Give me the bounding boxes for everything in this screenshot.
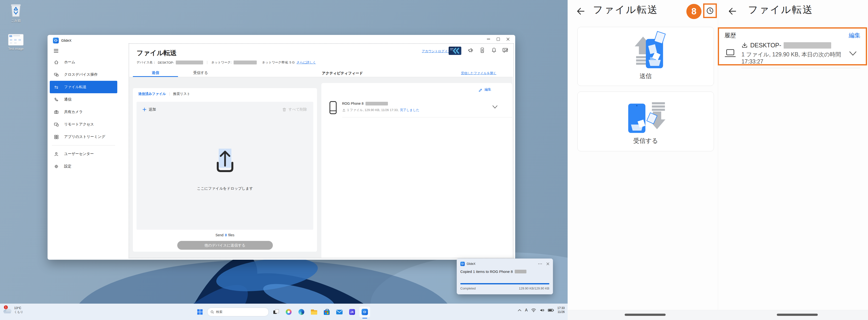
glidex-window: GlideX ホーム xyxy=(48,35,515,260)
open-received-files-link[interactable]: 受信したファイルを開く xyxy=(461,71,496,76)
minimize-button[interactable] xyxy=(484,35,493,43)
history-clock-icon[interactable] xyxy=(706,7,714,14)
search-icon xyxy=(210,310,214,314)
activity-entry-meta: 1 ファイル, 129.90 KB, 11/26 17:33, 完了しました xyxy=(342,108,420,112)
glidex-taskbar-icon[interactable] xyxy=(360,307,370,317)
entry-divider xyxy=(741,68,861,68)
back-arrow-icon[interactable] xyxy=(727,6,737,16)
send-to-device-button[interactable]: 他のデバイスに送信する xyxy=(177,241,273,250)
history-entry-name: DESKTOP- xyxy=(750,42,781,49)
send-suffix: files xyxy=(228,233,234,237)
activity-entry-title: ROG Phone 8 xyxy=(342,101,388,106)
edge-browser-icon[interactable] xyxy=(296,307,307,317)
device-name-value: DESKTOP- xyxy=(158,61,174,64)
sidebar-item-home[interactable]: ホーム xyxy=(48,56,120,68)
desktop-icon-recycle-bin[interactable]: ごみ箱 xyxy=(2,3,29,23)
phone-screen-title: ファイル転送 xyxy=(593,3,658,16)
more-options-icon[interactable] xyxy=(538,263,542,265)
desktop-icon-label: Test image xyxy=(8,47,24,51)
upload-arrow-icon xyxy=(342,108,346,112)
add-files-button[interactable]: 追加 xyxy=(143,107,156,112)
task-view-button[interactable] xyxy=(271,307,281,317)
redacted-device-name xyxy=(784,42,831,49)
myasus-app-icon[interactable]: /A xyxy=(347,307,358,317)
send-card[interactable]: 送信 xyxy=(577,27,714,86)
glidex-toast-notification: GlideX Copied 1 items to ROG Phone 8 Com… xyxy=(457,259,553,294)
sidebar-item-label: リモートアクセス xyxy=(64,122,94,127)
taskbar-search-input[interactable]: 検索 xyxy=(207,308,269,316)
taskbar: 1 13°C くもり xyxy=(0,304,568,320)
sidebar-item-remote-access[interactable]: リモートアクセス xyxy=(48,118,120,130)
tray-time: 17:33 xyxy=(557,306,565,310)
gesture-navigation-bar[interactable] xyxy=(625,314,665,316)
device-info-row: デバイス名： DESKTOP- ネットワーク: ネットワーク帯域: 5 G さら… xyxy=(136,60,316,65)
tray-chevron-up-icon[interactable] xyxy=(518,309,522,312)
history-entry[interactable]: DESKTOP- 1 ファイル, 129.90 KB, 本日の次の時間 17:3… xyxy=(724,42,861,65)
subtab-sent-files[interactable]: 送信済みファイル xyxy=(138,92,166,96)
sidebar-item-label: ホーム xyxy=(64,60,75,64)
mail-app-icon[interactable] xyxy=(334,307,345,317)
page-title: ファイル転送 xyxy=(136,49,177,57)
edit-label: 編集 xyxy=(485,87,491,92)
sidebar-item-label: 設定 xyxy=(64,164,71,169)
hamburger-menu-icon[interactable] xyxy=(54,49,58,53)
send-count-line: Send 0 files xyxy=(133,233,317,237)
receive-card[interactable]: 受信する xyxy=(577,91,714,151)
chevron-down-icon[interactable] xyxy=(849,51,857,56)
send-files-card: 送信済みファイル 推奨リスト 追加 すべて削除 xyxy=(133,88,317,252)
tab-send[interactable]: 送信 xyxy=(133,70,178,75)
weather-widget[interactable]: 1 13°C くもり xyxy=(2,306,23,314)
window-controls xyxy=(484,35,513,43)
toast-progress-size: 129.90 KB/129.90 KB xyxy=(519,287,549,290)
glidex-logo-icon xyxy=(53,37,59,43)
maximize-button[interactable] xyxy=(493,35,503,43)
file-drop-zone[interactable]: 追加 すべて削除 ここにファイルをドロップします xyxy=(136,102,313,230)
gesture-navigation-bar[interactable] xyxy=(777,314,818,316)
wifi-icon[interactable] xyxy=(531,308,536,312)
subtab-recommended[interactable]: 推奨リスト xyxy=(173,92,190,96)
close-icon[interactable] xyxy=(547,262,549,265)
ime-indicator[interactable]: A xyxy=(525,308,528,313)
volume-icon[interactable] xyxy=(539,308,545,313)
chevron-down-icon[interactable] xyxy=(492,105,498,109)
user-icon xyxy=(54,152,59,156)
sidebar-item-shared-camera[interactable]: 共有カメラ xyxy=(48,106,120,118)
sidebar-item-label: 共有カメラ xyxy=(64,110,83,114)
camera-icon xyxy=(54,110,59,114)
activity-status: 完了しました xyxy=(400,108,420,112)
send-illustration xyxy=(621,30,670,72)
details-link[interactable]: さらに詳しく xyxy=(297,60,316,65)
sidebar-item-cross-device[interactable]: クロスデバイス操作 xyxy=(48,68,120,81)
sidebar-item-app-streaming[interactable]: アプリのストリーミング xyxy=(48,130,120,143)
sidebar-item-label: 通信 xyxy=(64,97,71,102)
clock-widget[interactable]: 17:33 11/26 xyxy=(557,306,565,314)
edit-activity-button[interactable]: 編集 xyxy=(478,87,491,92)
delete-all-button[interactable]: すべて削除 xyxy=(282,107,307,112)
file-explorer-icon[interactable] xyxy=(309,307,319,317)
copilot-button[interactable] xyxy=(283,307,294,317)
start-button[interactable] xyxy=(194,307,205,317)
battery-icon[interactable] xyxy=(548,309,554,312)
sidebar-item-settings[interactable]: 設定 xyxy=(48,160,120,173)
sidebar: ホーム クロスデバイス操作 ファイル転送 通信 xyxy=(48,56,120,173)
toast-status: Completed xyxy=(460,287,476,290)
sidebar-item-file-transfer[interactable]: ファイル転送 xyxy=(50,81,117,93)
history-edit-link[interactable]: 編集 xyxy=(849,31,861,39)
tab-receive[interactable]: 受信する xyxy=(178,70,223,75)
close-button[interactable] xyxy=(503,35,513,43)
receive-illustration xyxy=(621,95,670,137)
receive-card-label: 受信する xyxy=(633,137,658,145)
device-name-label: デバイス名： xyxy=(136,60,156,65)
activity-device-name: ROG Phone 8 xyxy=(342,101,364,106)
sidebar-item-user-center[interactable]: ユーザーセンター xyxy=(48,148,120,160)
microsoft-store-icon[interactable] xyxy=(321,307,332,317)
desktop-icon-test-image[interactable]: Test image xyxy=(2,34,29,51)
activity-meta-text: 1 ファイル, 129.90 KB, 11/26 17:33, xyxy=(347,108,399,112)
laptop-device-icon xyxy=(724,49,736,58)
sidebar-item-communication[interactable]: 通信 xyxy=(48,93,120,106)
desktop-icon-label: ごみ箱 xyxy=(11,19,21,23)
back-arrow-icon[interactable] xyxy=(576,6,586,16)
app-grid-icon xyxy=(54,135,59,139)
glidex-logo-icon xyxy=(460,262,465,266)
phone-bottom-strip xyxy=(568,310,868,320)
